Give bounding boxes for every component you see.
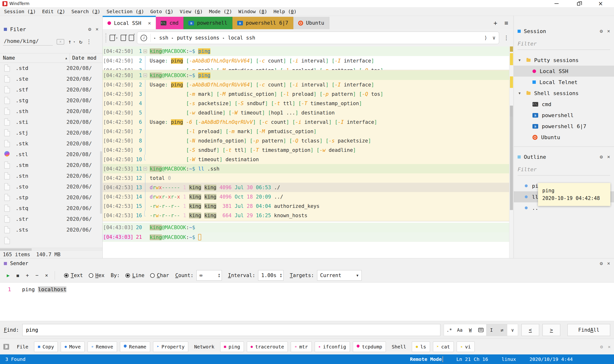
filer-path-input[interactable] [3, 38, 53, 46]
close-icon[interactable]: × [607, 28, 610, 34]
expand-right-icon[interactable]: ⟩ [484, 35, 487, 41]
terminal-line-3[interactable]: [04:42:50]3 [-m mark] [-M pmtudisc_optio… [103, 89, 509, 99]
restore-button[interactable] [568, 0, 589, 7]
session-item-local-ssh[interactable]: Local SSH [514, 66, 614, 77]
breadcrumb-ssh[interactable]: ssh [159, 35, 168, 41]
find-next-button[interactable]: > [543, 324, 560, 336]
address-box[interactable]: i ▸ssh▸putty sessions▸local ssh ⟩ ∨ [137, 32, 499, 44]
terminal-line-14[interactable]: [04:42:53]14drwxr-xr-x 1 king king 4096 … [103, 192, 509, 201]
terminal-scrollbar[interactable] [509, 46, 514, 258]
tab-list-icon[interactable]: ≡ [504, 19, 508, 26]
play-button[interactable]: ▶ [3, 273, 13, 278]
breadcrumb-putty-sessions[interactable]: putty sessions [177, 35, 219, 41]
gear-icon[interactable]: ⚙ [600, 154, 603, 160]
tab-local-ssh[interactable]: Local SSH× [103, 16, 156, 29]
terminal-line-20[interactable]: [04:43:03]20king@MACBOOK:~$ [103, 223, 509, 232]
find-input[interactable] [22, 324, 440, 336]
find-previous-button[interactable]: < [521, 324, 539, 336]
quickbar-ls-button[interactable]: ●ls [412, 341, 430, 352]
sender-editor[interactable]: 1 ping localhost [0, 282, 614, 321]
chevron-down-icon[interactable]: ▾ [73, 40, 75, 44]
quickbar-property-button[interactable]: ➤Property [153, 341, 188, 352]
radio-text[interactable]: Text [64, 273, 83, 278]
terminal-line-15[interactable]: [04:42:53]15-rw-r--r-- 1 king king 381 J… [103, 201, 509, 211]
clear-path-icon[interactable]: × [56, 39, 64, 45]
quickbar-ifconfig-button[interactable]: ★ifconfig [315, 341, 350, 352]
menu-goto[interactable]: Goto (5) [147, 9, 177, 14]
breadcrumb-local-ssh[interactable]: local ssh [228, 35, 255, 41]
terminal-line-7[interactable]: [04:42:50]7 [-l preload] [-m mark] [-M p… [103, 127, 509, 136]
session-item-powershell[interactable]: powershell [514, 110, 614, 121]
file-row-std[interactable]: .std2020/08/ [0, 63, 102, 74]
file-row-stl[interactable]: .stl2020/08/ [0, 149, 102, 160]
drag-grip[interactable] [106, 33, 106, 42]
quickbar-cat-button[interactable]: ➤cat [433, 341, 454, 352]
terminal-line-12[interactable]: [04:42:53]12total 0 [103, 173, 509, 183]
scroll-thumb[interactable] [510, 117, 513, 210]
close-tab-icon[interactable]: × [121, 35, 126, 41]
file-row-sto[interactable]: .sto2020/06/ [0, 181, 102, 192]
tab-close-icon[interactable]: × [148, 20, 151, 26]
fold-collapse-icon[interactable] [143, 74, 147, 77]
tab-powershell-6-7[interactable]: powershell 6|7 [232, 17, 293, 29]
remove-button[interactable]: − [32, 273, 42, 278]
expander-icon[interactable]: ▼ [518, 58, 523, 62]
session-item-putty-sessions[interactable]: ▼Putty sessions [514, 55, 614, 66]
file-row-stg[interactable]: .stg2020/08/ [0, 95, 102, 106]
filer-horizontal-scrollbar[interactable] [0, 248, 102, 251]
scroll-thumb[interactable] [510, 106, 513, 117]
spin-up-icon[interactable]: ▲ [280, 273, 281, 275]
terminal[interactable]: [04:42:50]1king@MACBOOK:~$ ping[04:42:50… [103, 46, 514, 258]
in-selection-icon[interactable]: I [486, 324, 497, 336]
duplicate-tab-icon[interactable]: ° [129, 35, 134, 41]
count-spinner[interactable]: ∞▲▼ [196, 270, 222, 281]
terminal-line-10[interactable]: [04:42:50]10 [-W timeout] destination [103, 155, 509, 164]
terminal-line-8[interactable]: [04:42:50]8 [-N nodeinfo_option] [-p pat… [103, 136, 509, 145]
find-all-button[interactable]: Find All [568, 324, 610, 336]
quickbar-remove-button[interactable]: ✳Remove [87, 341, 117, 352]
close-icon[interactable]: × [608, 344, 611, 350]
terminal-line-9[interactable]: [04:42:50]9 [-S sndbuf] [-t ttl] [-T tim… [103, 145, 509, 155]
interval-spinner[interactable]: 1.00s▲▼ [258, 270, 283, 281]
close-icon[interactable]: × [607, 154, 610, 160]
menu-edit[interactable]: Edit (2) [39, 9, 68, 14]
session-item-cmd[interactable]: cmd [514, 99, 614, 110]
spin-down-icon[interactable]: ▼ [280, 276, 281, 278]
new-tab-button[interactable]: + [494, 19, 497, 26]
file-row-str[interactable]: .str2020/06/ [0, 214, 102, 224]
terminal-line-4[interactable]: [04:42:50]4 [-s packetsize] [-S sndbuf] … [103, 99, 509, 108]
quickbar-rename-button[interactable]: Rename [120, 341, 150, 352]
close-icon[interactable]: × [607, 260, 610, 266]
match-case-icon[interactable]: Aa [455, 324, 465, 336]
chevron-down-icon[interactable]: ∨ [492, 35, 496, 41]
quickbar-copy-button[interactable]: ■Copy [34, 341, 58, 352]
terminal-line-1[interactable]: [04:42:50]1king@MACBOOK:~$ ping [103, 46, 514, 56]
radio-line[interactable]: Line [126, 273, 144, 278]
terminal-line-21[interactable]: [04:43:03]21king@MACBOOK:~$ [103, 232, 509, 242]
spin-up-icon[interactable]: ▲ [219, 273, 220, 275]
new-tab-icon[interactable]: + [110, 35, 115, 41]
session-item-shell-sessions[interactable]: ▼Shell sessions [514, 88, 614, 99]
more-menu-icon[interactable]: ⋮ [86, 39, 92, 45]
file-row-stj[interactable]: .stj2020/08/ [0, 127, 102, 138]
filer-vertical-scrollbar[interactable] [100, 151, 102, 214]
gear-icon[interactable]: ⚙ [600, 260, 603, 266]
file-row-stm[interactable]: .stm2020/08/ [0, 160, 102, 170]
quickbar-tcpdump-button[interactable]: tcpdump [353, 341, 386, 352]
quickbar-vi-button[interactable]: ★vi [457, 341, 475, 352]
file-row-stq[interactable]: .stq2020/06/ [0, 203, 102, 214]
column-name[interactable]: Name [3, 55, 15, 61]
terminal-line-16[interactable]: [04:42:53]16-rw-r--r-- 1 king king 664 J… [103, 211, 509, 220]
menu-search[interactable]: Search (3) [68, 9, 103, 14]
info-icon[interactable]: i [140, 35, 147, 41]
quickbar-move-button[interactable]: ●Move [61, 341, 84, 352]
tab-powershell[interactable]: powershell [183, 17, 232, 29]
fold-collapse-icon[interactable] [143, 50, 147, 53]
terminal-line-5[interactable]: [04:42:50]5 [-w deadline] [-W timeout] [… [103, 108, 509, 117]
menu-selection[interactable]: Selection (4) [103, 9, 147, 14]
column-date-modified[interactable]: Date mod [70, 55, 97, 61]
gear-icon[interactable]: ⚙ [600, 344, 603, 350]
quickbar-mtr-button[interactable]: ✳mtr [291, 341, 312, 352]
session-item-local-telnet[interactable]: Local Telnet [514, 77, 614, 88]
menu-help[interactable]: Help (0) [270, 9, 300, 14]
